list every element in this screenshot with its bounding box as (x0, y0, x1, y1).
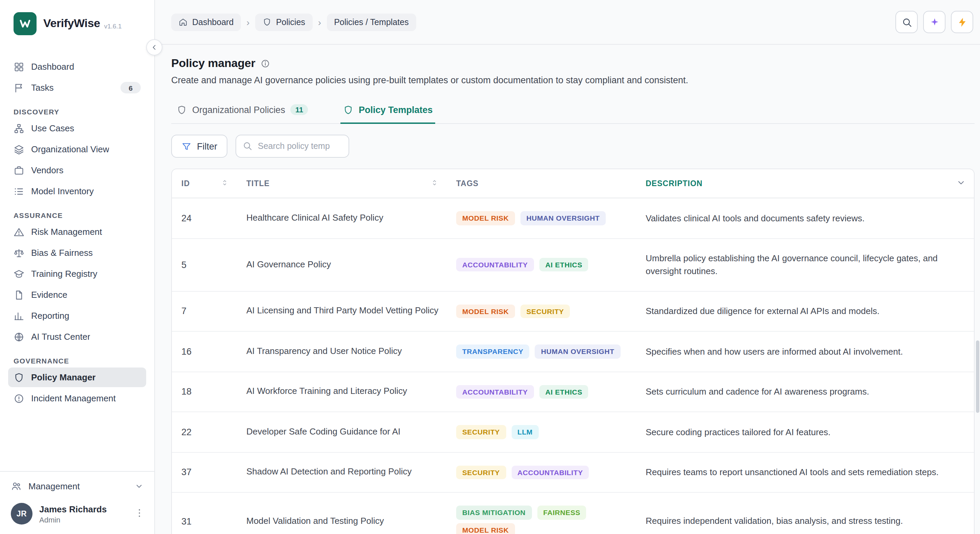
tab-label: Policy Templates (359, 105, 433, 115)
sidebar-item-label: Dashboard (31, 62, 74, 72)
tag-fairness: FAIRNESS (537, 505, 587, 520)
sidebar-item-label: Use Cases (31, 123, 74, 134)
table-row[interactable]: 16AI Transparency and User Notice Policy… (172, 332, 974, 372)
sidebar-item-incident-management[interactable]: Incident Management (8, 388, 146, 408)
page-header: Policy manager (171, 57, 975, 70)
bolt-icon (957, 17, 967, 27)
table-row[interactable]: 5AI Governance PolicyACCOUNTABILITYAI ET… (172, 238, 974, 291)
sidebar-item-bias-fairness[interactable]: Bias & Fairness (8, 243, 146, 262)
tab-organizational-policies[interactable]: Organizational Policies11 (174, 104, 311, 123)
filter-button[interactable]: Filter (171, 135, 228, 158)
app-window: VerifyWise v1.6.1 DashboardTasks6DISCOVE… (0, 0, 980, 534)
sidebar-item-label: Vendors (31, 165, 63, 175)
sidebar-item-dashboard[interactable]: Dashboard (8, 57, 146, 76)
topbar: Dashboard›Policies›Policies / Templates (155, 0, 980, 44)
table-header: IDTITLETAGSDESCRIPTION (172, 169, 974, 198)
cell-title: Healthcare Clinical AI Safety Policy (247, 199, 456, 238)
sidebar-item-evidence[interactable]: Evidence (8, 285, 146, 305)
table-row[interactable]: 31Model Validation and Testing PolicyBIA… (172, 493, 974, 534)
cell-tags: SECURITYACCOUNTABILITY (456, 453, 646, 492)
flag-icon (14, 82, 24, 93)
sidebar-collapse-button[interactable] (146, 39, 162, 56)
sort-icon[interactable] (221, 178, 229, 189)
sparkle-icon (929, 17, 940, 27)
table-row[interactable]: 22Developer Safe Coding Guidance for AIS… (172, 412, 974, 453)
column-header-tags: TAGS (456, 180, 646, 188)
column-label: DESCRIPTION (646, 180, 703, 188)
tab-badge: 11 (291, 104, 308, 115)
sidebar-item-risk-management[interactable]: Risk Management (8, 222, 146, 242)
tag-model-risk: MODEL RISK (456, 304, 515, 318)
cell-description: Secure coding practices tailored for AI … (646, 413, 974, 451)
sidebar-bottom: Management JR James Richards Admin (0, 471, 154, 534)
filter-label: Filter (197, 141, 217, 151)
user-profile: JR James Richards Admin (0, 499, 154, 534)
info-icon[interactable] (261, 59, 270, 68)
user-menu-button[interactable] (133, 506, 146, 521)
graduation-icon (14, 269, 24, 279)
sidebar-item-policy-manager[interactable]: Policy Manager (8, 367, 146, 387)
home-icon (179, 17, 188, 26)
tag-model-risk: MODEL RISK (456, 523, 515, 534)
cell-tags: BIAS MITIGATIONFAIRNESSMODEL RISK (456, 493, 646, 534)
sidebar-item-label: Evidence (31, 290, 67, 300)
table-row[interactable]: 7AI Licensing and Third Party Model Vett… (172, 291, 974, 332)
sidebar-item-label: Incident Management (31, 393, 116, 404)
table-row[interactable]: 24Healthcare Clinical AI Safety PolicyMO… (172, 198, 974, 238)
filter-icon (181, 141, 191, 151)
sidebar-item-management[interactable]: Management (0, 472, 154, 499)
user-name: James Richards (39, 504, 107, 514)
cell-title: Model Validation and Testing Policy (247, 502, 456, 534)
shield-icon (14, 372, 24, 383)
toolbar: Filter (171, 135, 975, 158)
sidebar-item-ai-trust-center[interactable]: AI Trust Center (8, 327, 146, 346)
breadcrumb-dashboard[interactable]: Dashboard (171, 13, 241, 31)
breadcrumb-policies-templates[interactable]: Policies / Templates (326, 13, 416, 31)
column-label: TAGS (456, 180, 479, 188)
column-header-description: DESCRIPTION (646, 178, 974, 189)
sidebar-item-use-cases[interactable]: Use Cases (8, 118, 146, 138)
sidebar-item-vendors[interactable]: Vendors (8, 161, 146, 180)
search-input[interactable] (235, 135, 349, 158)
tag-ai-ethics: AI ETHICS (539, 385, 589, 399)
breadcrumb-label: Dashboard (192, 17, 234, 27)
breadcrumb-policies[interactable]: Policies (255, 13, 313, 31)
warning-icon (14, 226, 24, 237)
sidebar-item-reporting[interactable]: Reporting (8, 306, 146, 326)
sort-icon[interactable] (430, 178, 439, 189)
page-subtitle: Create and manage AI governance policies… (171, 75, 975, 85)
sidebar-item-label: AI Trust Center (31, 332, 90, 342)
cell-title: AI Transparency and User Notice Policy (247, 332, 456, 371)
column-label: TITLE (247, 180, 270, 188)
tabs: Organizational Policies11Policy Template… (171, 104, 975, 124)
cell-tags: TRANSPARENCYHUMAN OVERSIGHT (456, 332, 646, 371)
sidebar-item-tasks[interactable]: Tasks6 (8, 78, 146, 97)
cell-id: 31 (172, 503, 247, 534)
sidebar-item-label: Reporting (31, 311, 69, 321)
tag-model-risk: MODEL RISK (456, 211, 515, 225)
tag-accountability: ACCOUNTABILITY (456, 385, 534, 399)
quick-actions-button[interactable] (951, 11, 973, 33)
sidebar-item-label: Bias & Fairness (31, 248, 93, 258)
user-role: Admin (39, 515, 107, 523)
chevron-down-icon[interactable] (956, 178, 966, 189)
app-version: v1.6.1 (104, 22, 122, 29)
search-button[interactable] (896, 11, 918, 33)
globe-icon (14, 331, 24, 342)
table-row[interactable]: 37Shadow AI Detection and Reporting Poli… (172, 453, 974, 493)
scrollbar[interactable] (976, 340, 979, 413)
sidebar-section-title: ASSURANCE (14, 211, 141, 219)
list-icon (14, 186, 24, 197)
layers-icon (14, 144, 24, 155)
sidebar-item-training-registry[interactable]: Training Registry (8, 264, 146, 284)
breadcrumb-separator: › (318, 17, 321, 27)
cell-tags: SECURITYLLM (456, 412, 646, 452)
cell-title: AI Governance Policy (247, 245, 456, 284)
logo-row: VerifyWise v1.6.1 (0, 0, 154, 41)
table-row[interactable]: 18AI Workforce Training and Literacy Pol… (172, 372, 974, 412)
sidebar-item-label: Risk Management (31, 227, 102, 237)
integrations-button[interactable] (923, 11, 945, 33)
sidebar-item-organizational-view[interactable]: Organizational View (8, 140, 146, 159)
tab-policy-templates[interactable]: Policy Templates (340, 104, 436, 123)
sidebar-item-model-inventory[interactable]: Model Inventory (8, 181, 146, 201)
